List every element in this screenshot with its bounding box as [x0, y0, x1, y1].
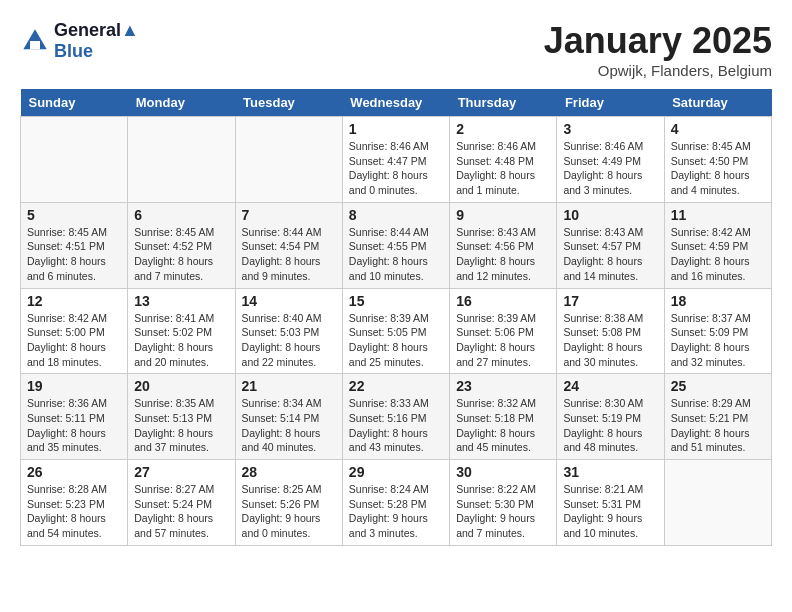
day-info: Sunrise: 8:21 AM Sunset: 5:31 PM Dayligh…	[563, 482, 657, 541]
day-number: 23	[456, 378, 550, 394]
calendar-cell: 7Sunrise: 8:44 AM Sunset: 4:54 PM Daylig…	[235, 202, 342, 288]
header-saturday: Saturday	[664, 89, 771, 117]
svg-rect-2	[30, 41, 40, 49]
title-block: January 2025 Opwijk, Flanders, Belgium	[544, 20, 772, 79]
calendar-cell: 18Sunrise: 8:37 AM Sunset: 5:09 PM Dayli…	[664, 288, 771, 374]
day-info: Sunrise: 8:42 AM Sunset: 4:59 PM Dayligh…	[671, 225, 765, 284]
week-row-4: 19Sunrise: 8:36 AM Sunset: 5:11 PM Dayli…	[21, 374, 772, 460]
calendar-cell: 24Sunrise: 8:30 AM Sunset: 5:19 PM Dayli…	[557, 374, 664, 460]
day-info: Sunrise: 8:44 AM Sunset: 4:55 PM Dayligh…	[349, 225, 443, 284]
day-number: 20	[134, 378, 228, 394]
calendar-cell: 13Sunrise: 8:41 AM Sunset: 5:02 PM Dayli…	[128, 288, 235, 374]
calendar-cell: 17Sunrise: 8:38 AM Sunset: 5:08 PM Dayli…	[557, 288, 664, 374]
calendar-title: January 2025	[544, 20, 772, 62]
day-info: Sunrise: 8:35 AM Sunset: 5:13 PM Dayligh…	[134, 396, 228, 455]
calendar-cell: 3Sunrise: 8:46 AM Sunset: 4:49 PM Daylig…	[557, 117, 664, 203]
day-info: Sunrise: 8:30 AM Sunset: 5:19 PM Dayligh…	[563, 396, 657, 455]
day-info: Sunrise: 8:42 AM Sunset: 5:00 PM Dayligh…	[27, 311, 121, 370]
week-row-3: 12Sunrise: 8:42 AM Sunset: 5:00 PM Dayli…	[21, 288, 772, 374]
day-number: 19	[27, 378, 121, 394]
header-wednesday: Wednesday	[342, 89, 449, 117]
week-row-5: 26Sunrise: 8:28 AM Sunset: 5:23 PM Dayli…	[21, 460, 772, 546]
calendar-cell: 16Sunrise: 8:39 AM Sunset: 5:06 PM Dayli…	[450, 288, 557, 374]
day-number: 21	[242, 378, 336, 394]
calendar-cell: 30Sunrise: 8:22 AM Sunset: 5:30 PM Dayli…	[450, 460, 557, 546]
week-row-2: 5Sunrise: 8:45 AM Sunset: 4:51 PM Daylig…	[21, 202, 772, 288]
day-info: Sunrise: 8:32 AM Sunset: 5:18 PM Dayligh…	[456, 396, 550, 455]
day-info: Sunrise: 8:24 AM Sunset: 5:28 PM Dayligh…	[349, 482, 443, 541]
day-info: Sunrise: 8:45 AM Sunset: 4:51 PM Dayligh…	[27, 225, 121, 284]
day-number: 28	[242, 464, 336, 480]
day-info: Sunrise: 8:46 AM Sunset: 4:49 PM Dayligh…	[563, 139, 657, 198]
day-info: Sunrise: 8:45 AM Sunset: 4:50 PM Dayligh…	[671, 139, 765, 198]
day-info: Sunrise: 8:22 AM Sunset: 5:30 PM Dayligh…	[456, 482, 550, 541]
day-info: Sunrise: 8:45 AM Sunset: 4:52 PM Dayligh…	[134, 225, 228, 284]
calendar-cell: 22Sunrise: 8:33 AM Sunset: 5:16 PM Dayli…	[342, 374, 449, 460]
calendar-cell: 28Sunrise: 8:25 AM Sunset: 5:26 PM Dayli…	[235, 460, 342, 546]
day-info: Sunrise: 8:36 AM Sunset: 5:11 PM Dayligh…	[27, 396, 121, 455]
day-number: 6	[134, 207, 228, 223]
calendar-cell: 8Sunrise: 8:44 AM Sunset: 4:55 PM Daylig…	[342, 202, 449, 288]
logo: General▲ Blue	[20, 20, 139, 62]
day-number: 13	[134, 293, 228, 309]
calendar-cell: 4Sunrise: 8:45 AM Sunset: 4:50 PM Daylig…	[664, 117, 771, 203]
day-info: Sunrise: 8:41 AM Sunset: 5:02 PM Dayligh…	[134, 311, 228, 370]
day-number: 27	[134, 464, 228, 480]
calendar-cell: 19Sunrise: 8:36 AM Sunset: 5:11 PM Dayli…	[21, 374, 128, 460]
day-info: Sunrise: 8:29 AM Sunset: 5:21 PM Dayligh…	[671, 396, 765, 455]
day-info: Sunrise: 8:46 AM Sunset: 4:47 PM Dayligh…	[349, 139, 443, 198]
calendar-header-row: SundayMondayTuesdayWednesdayThursdayFrid…	[21, 89, 772, 117]
day-number: 24	[563, 378, 657, 394]
calendar-cell	[128, 117, 235, 203]
day-number: 31	[563, 464, 657, 480]
day-info: Sunrise: 8:46 AM Sunset: 4:48 PM Dayligh…	[456, 139, 550, 198]
calendar-cell: 21Sunrise: 8:34 AM Sunset: 5:14 PM Dayli…	[235, 374, 342, 460]
calendar-cell	[21, 117, 128, 203]
day-number: 18	[671, 293, 765, 309]
day-number: 3	[563, 121, 657, 137]
day-info: Sunrise: 8:27 AM Sunset: 5:24 PM Dayligh…	[134, 482, 228, 541]
day-info: Sunrise: 8:38 AM Sunset: 5:08 PM Dayligh…	[563, 311, 657, 370]
day-number: 14	[242, 293, 336, 309]
calendar-cell: 25Sunrise: 8:29 AM Sunset: 5:21 PM Dayli…	[664, 374, 771, 460]
calendar-cell: 27Sunrise: 8:27 AM Sunset: 5:24 PM Dayli…	[128, 460, 235, 546]
calendar-cell: 1Sunrise: 8:46 AM Sunset: 4:47 PM Daylig…	[342, 117, 449, 203]
calendar-cell	[664, 460, 771, 546]
day-number: 7	[242, 207, 336, 223]
day-number: 30	[456, 464, 550, 480]
calendar-cell: 5Sunrise: 8:45 AM Sunset: 4:51 PM Daylig…	[21, 202, 128, 288]
day-info: Sunrise: 8:39 AM Sunset: 5:05 PM Dayligh…	[349, 311, 443, 370]
header-friday: Friday	[557, 89, 664, 117]
calendar-cell: 29Sunrise: 8:24 AM Sunset: 5:28 PM Dayli…	[342, 460, 449, 546]
day-info: Sunrise: 8:43 AM Sunset: 4:56 PM Dayligh…	[456, 225, 550, 284]
logo-icon	[20, 26, 50, 56]
day-number: 17	[563, 293, 657, 309]
day-number: 11	[671, 207, 765, 223]
day-number: 12	[27, 293, 121, 309]
calendar-cell: 20Sunrise: 8:35 AM Sunset: 5:13 PM Dayli…	[128, 374, 235, 460]
calendar-subtitle: Opwijk, Flanders, Belgium	[544, 62, 772, 79]
day-info: Sunrise: 8:37 AM Sunset: 5:09 PM Dayligh…	[671, 311, 765, 370]
page-header: General▲ Blue January 2025 Opwijk, Fland…	[20, 20, 772, 79]
calendar-cell: 26Sunrise: 8:28 AM Sunset: 5:23 PM Dayli…	[21, 460, 128, 546]
day-number: 16	[456, 293, 550, 309]
day-number: 2	[456, 121, 550, 137]
calendar-cell: 15Sunrise: 8:39 AM Sunset: 5:05 PM Dayli…	[342, 288, 449, 374]
calendar-cell: 6Sunrise: 8:45 AM Sunset: 4:52 PM Daylig…	[128, 202, 235, 288]
calendar-cell: 12Sunrise: 8:42 AM Sunset: 5:00 PM Dayli…	[21, 288, 128, 374]
week-row-1: 1Sunrise: 8:46 AM Sunset: 4:47 PM Daylig…	[21, 117, 772, 203]
day-number: 26	[27, 464, 121, 480]
header-thursday: Thursday	[450, 89, 557, 117]
day-info: Sunrise: 8:43 AM Sunset: 4:57 PM Dayligh…	[563, 225, 657, 284]
day-number: 22	[349, 378, 443, 394]
calendar-cell: 10Sunrise: 8:43 AM Sunset: 4:57 PM Dayli…	[557, 202, 664, 288]
day-info: Sunrise: 8:25 AM Sunset: 5:26 PM Dayligh…	[242, 482, 336, 541]
day-number: 10	[563, 207, 657, 223]
day-number: 9	[456, 207, 550, 223]
calendar-cell: 14Sunrise: 8:40 AM Sunset: 5:03 PM Dayli…	[235, 288, 342, 374]
calendar-cell: 31Sunrise: 8:21 AM Sunset: 5:31 PM Dayli…	[557, 460, 664, 546]
day-info: Sunrise: 8:33 AM Sunset: 5:16 PM Dayligh…	[349, 396, 443, 455]
day-number: 1	[349, 121, 443, 137]
calendar-cell: 11Sunrise: 8:42 AM Sunset: 4:59 PM Dayli…	[664, 202, 771, 288]
day-number: 5	[27, 207, 121, 223]
